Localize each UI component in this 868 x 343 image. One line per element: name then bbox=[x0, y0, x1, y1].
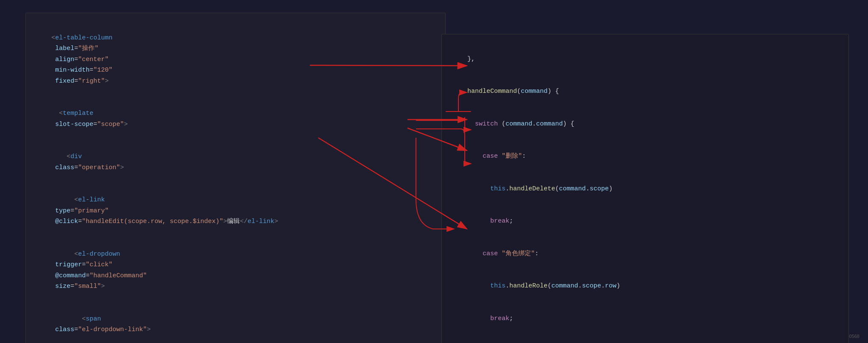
code-line: <el-table-column label="操作" align="cente… bbox=[36, 22, 435, 98]
code-line: case "门店关联": bbox=[452, 335, 838, 343]
code-line: <el-link type="primary" @click="handleEd… bbox=[36, 184, 435, 238]
code-line: handleCommand(command) { bbox=[452, 75, 838, 108]
code-line: <el-dropdown trigger="click" @command="h… bbox=[36, 238, 435, 303]
code-line: }, bbox=[452, 43, 838, 75]
code-line: this.handleRole(command.scope.row) bbox=[452, 270, 838, 303]
code-line: <div class="operation"> bbox=[36, 141, 435, 184]
code-line: break; bbox=[452, 205, 838, 238]
code-line: <template slot-scope="scope"> bbox=[36, 98, 435, 141]
code-line: this.handleDelete(command.scope) bbox=[452, 173, 838, 205]
code-line: switch (command.command) { bbox=[452, 108, 838, 140]
left-code-panel: <el-table-column label="操作" align="cente… bbox=[25, 13, 446, 343]
code-line: case "角色绑定": bbox=[452, 237, 838, 270]
code-line: break; bbox=[452, 302, 838, 335]
code-line: <span class="el-dropdown-link"> bbox=[36, 303, 435, 343]
right-code-panel: }, handleCommand(command) { switch (comm… bbox=[441, 34, 849, 343]
code-line: case "删除": bbox=[452, 140, 838, 173]
